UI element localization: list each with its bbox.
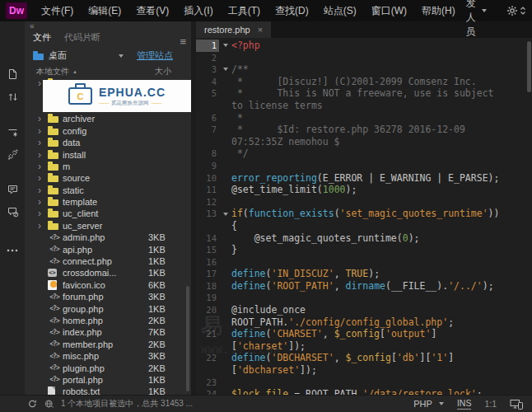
- tree-file-row[interactable]: <?>forum.php3KB: [25, 291, 191, 302]
- site-selector[interactable]: 桌面: [33, 49, 124, 62]
- expand-chevron-icon[interactable]: ›: [38, 198, 48, 206]
- expand-chevron-icon[interactable]: ›: [38, 174, 48, 182]
- panel-scrollbar[interactable]: [186, 286, 189, 391]
- editor-scrollbar[interactable]: [527, 41, 531, 92]
- expand-chevron-icon[interactable]: ›: [38, 138, 48, 147]
- code-line: 13if(function_exists('set_magic_quotes_r…: [196, 208, 532, 220]
- expand-chevron-icon[interactable]: ›: [38, 151, 48, 159]
- menu-item[interactable]: 文件(F): [34, 0, 81, 21]
- tree-folder-row[interactable]: ›archiver: [25, 113, 191, 124]
- device-preview-icon[interactable]: [510, 399, 524, 410]
- tree-folder-row[interactable]: ›uc_server: [25, 220, 191, 232]
- collapse-panels-icon[interactable]: «: [30, 22, 35, 30]
- extract-panel-icon[interactable]: [3, 124, 21, 140]
- gear-icon: [506, 5, 518, 16]
- tree-file-row[interactable]: <?>group.php1KB: [25, 302, 191, 314]
- fold-gutter: [219, 244, 231, 256]
- tree-folder-row[interactable]: ›static: [25, 185, 191, 196]
- tree-folder-row[interactable]: ›config: [25, 125, 191, 137]
- image-file-icon: [48, 280, 57, 290]
- menu-item[interactable]: 站点(S): [316, 0, 364, 21]
- tree-file-row[interactable]: robots.txt1KB: [25, 386, 191, 395]
- folder-name: source: [63, 173, 191, 183]
- language-selector[interactable]: PHP: [413, 399, 444, 409]
- more-options-icon[interactable]: [3, 242, 21, 259]
- code-fold-toggle[interactable]: [219, 63, 231, 76]
- menu-item[interactable]: 插入(I): [176, 0, 220, 21]
- code-line: 5 * This is NOT a freeware, use is subje…: [196, 87, 532, 100]
- line-number: [196, 220, 219, 232]
- settings-sync-button[interactable]: [506, 5, 526, 16]
- menu-item[interactable]: 帮助(H): [414, 0, 463, 21]
- line-number: 9: [196, 160, 219, 172]
- document-tab-restore-php[interactable]: restore.php ×: [196, 21, 271, 38]
- tree-folder-row[interactable]: ›m: [25, 161, 191, 172]
- tree-file-row[interactable]: <?>member.php2KB: [25, 339, 191, 350]
- tree-file-row[interactable]: <?>plugin.php2KB: [25, 362, 191, 373]
- editor-status: PHP INS 1:1: [413, 398, 532, 410]
- code-view[interactable]: 易 WWW.....COM 1<?php23/**4 * [Discuz!] (…: [196, 38, 532, 395]
- tree-file-row[interactable]: <?>connect.php1KB: [25, 255, 191, 267]
- tree-file-row[interactable]: <?>admin.php3KB: [25, 232, 191, 243]
- menu-item[interactable]: 查找(D): [268, 0, 316, 21]
- tree-file-row[interactable]: <?>portal.php1KB: [25, 374, 191, 386]
- expand-chevron-icon[interactable]: ›: [38, 222, 48, 230]
- tree-file-row[interactable]: favicon.ico6KB: [25, 279, 191, 291]
- file-size: 3KB: [148, 232, 175, 242]
- expand-chevron-icon[interactable]: ›: [38, 186, 48, 194]
- file-name: api.php: [63, 245, 148, 255]
- code-line: to license terms: [196, 100, 532, 112]
- tree-file-row[interactable]: <?>misc.php3KB: [25, 350, 191, 362]
- panel-menu-icon[interactable]: ≡: [180, 38, 186, 46]
- line-number: 14: [196, 232, 219, 245]
- chevron-down-icon: [119, 54, 124, 58]
- menu-item[interactable]: 编辑(E): [81, 0, 128, 21]
- tree-folder-row[interactable]: ›uc_client: [25, 208, 191, 219]
- refresh-icon[interactable]: [28, 399, 37, 409]
- code-fold-toggle[interactable]: [219, 208, 231, 220]
- tree-folder-row[interactable]: ›template: [25, 196, 191, 208]
- comment-disabled-panel-icon[interactable]: [3, 204, 21, 220]
- document-panel-icon[interactable]: [3, 66, 21, 82]
- globe-connect-icon[interactable]: [44, 399, 54, 409]
- folder-name: config: [63, 126, 191, 136]
- tree-file-row[interactable]: <?>api.php1KB: [25, 243, 191, 255]
- line-number: 18: [196, 280, 219, 293]
- file-tree[interactable]: C EPHUA.CC 贰花惠族资源网 ››archiver›config›dat…: [25, 77, 191, 395]
- sync-arrows-panel-icon[interactable]: [3, 88, 21, 105]
- expand-chevron-icon[interactable]: ›: [38, 162, 48, 171]
- tree-folder-row[interactable]: ›install: [25, 148, 191, 160]
- tab-snippets[interactable]: 代码片断: [64, 31, 100, 46]
- file-size: 2KB: [148, 316, 175, 325]
- manage-sites-link[interactable]: 管理站点: [137, 49, 173, 62]
- menu-item[interactable]: 窗口(W): [364, 0, 414, 21]
- folder-icon: [48, 129, 58, 135]
- line-number: 23: [196, 377, 219, 389]
- expand-chevron-icon[interactable]: ›: [38, 209, 48, 218]
- tree-file-row[interactable]: <?>index.php7KB: [25, 326, 191, 338]
- line-number: 13: [196, 208, 219, 220]
- sort-ascending-icon: ▲: [72, 69, 77, 74]
- column-local-files[interactable]: 本地文件: [36, 66, 69, 77]
- language-label: PHP: [413, 399, 432, 409]
- tree-file-row[interactable]: <?>home.php2KB: [25, 315, 191, 326]
- expand-chevron-icon[interactable]: ›: [38, 127, 48, 135]
- link-panel-icon[interactable]: [3, 146, 21, 162]
- menu-item[interactable]: 工具(T): [221, 0, 268, 21]
- column-size[interactable]: 大小: [155, 66, 171, 77]
- insert-mode-indicator[interactable]: INS: [457, 398, 472, 410]
- workspace-switcher[interactable]: 开发人员: [463, 0, 490, 39]
- code-fold-toggle[interactable]: [219, 40, 231, 52]
- comment-panel-icon[interactable]: [3, 181, 21, 198]
- file-name: portal.php: [63, 375, 148, 385]
- expand-chevron-icon[interactable]: ›: [38, 115, 48, 123]
- tree-file-row[interactable]: <>crossdomai...1KB: [25, 267, 191, 279]
- tab-files[interactable]: 文件: [33, 31, 51, 46]
- code-line: 10error_reporting(E_ERROR | E_WARNING | …: [196, 172, 532, 185]
- menu-item[interactable]: 查看(V): [128, 0, 176, 21]
- toolbox-logo-icon: C: [68, 87, 92, 105]
- tree-folder-row[interactable]: ›source: [25, 172, 191, 184]
- tab-close-icon[interactable]: ×: [258, 25, 263, 35]
- fold-gutter: [219, 124, 231, 136]
- tree-folder-row[interactable]: ›data: [25, 137, 191, 148]
